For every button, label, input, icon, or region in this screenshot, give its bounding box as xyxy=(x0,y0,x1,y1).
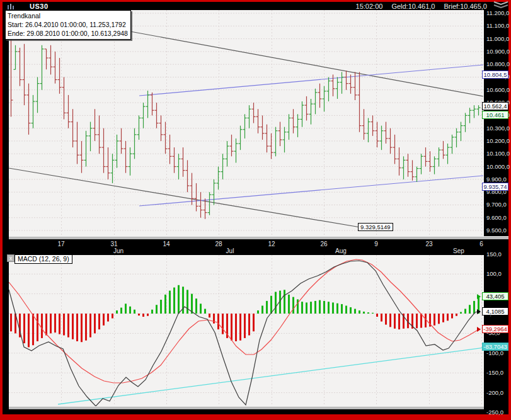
ohlc-bar[interactable] xyxy=(208,192,212,215)
ohlc-bar[interactable] xyxy=(106,147,110,179)
ohlc-bar[interactable] xyxy=(76,122,79,164)
ohlc-bar[interactable] xyxy=(428,151,432,171)
ohlc-bar[interactable] xyxy=(287,114,291,140)
ohlc-bar[interactable] xyxy=(406,154,410,177)
ohlc-bar[interactable] xyxy=(243,114,247,139)
ohlc-bar[interactable] xyxy=(212,179,216,205)
ohlc-bar[interactable] xyxy=(270,133,273,159)
ohlc-bar[interactable] xyxy=(111,154,115,183)
ohlc-bar[interactable] xyxy=(314,89,318,115)
ohlc-bar[interactable] xyxy=(261,115,265,140)
ohlc-bar[interactable] xyxy=(62,77,66,119)
ohlc-bar[interactable] xyxy=(137,115,141,140)
ohlc-bar[interactable] xyxy=(318,84,322,108)
ohlc-bar[interactable] xyxy=(323,86,326,112)
ohlc-bar[interactable] xyxy=(98,115,101,154)
ohlc-bar[interactable] xyxy=(80,141,84,173)
ohlc-bar[interactable] xyxy=(36,77,40,113)
ohlc-bar[interactable] xyxy=(23,44,26,105)
ohlc-bar[interactable] xyxy=(9,28,13,116)
macd-close-button[interactable]: x xyxy=(7,254,14,262)
ohlc-bar[interactable] xyxy=(230,135,234,157)
ohlc-bar[interactable] xyxy=(199,192,203,218)
ohlc-bar[interactable] xyxy=(384,122,388,144)
ohlc-bar[interactable] xyxy=(234,139,238,163)
ohlc-bar[interactable] xyxy=(93,109,97,141)
ohlc-bar[interactable] xyxy=(54,52,57,84)
ohlc-bar[interactable] xyxy=(327,77,331,101)
price-axis[interactable]: 11.200,011.100,011.000,010.900,010.800,0… xyxy=(484,10,508,236)
ohlc-bar[interactable] xyxy=(256,109,260,133)
ohlc-bar[interactable] xyxy=(393,135,397,164)
ohlc-bar[interactable] xyxy=(274,127,278,157)
ohlc-bar[interactable] xyxy=(173,147,176,173)
ohlc-bar[interactable] xyxy=(473,105,476,118)
ohlc-bar[interactable] xyxy=(380,126,384,150)
macd-trendline[interactable] xyxy=(58,348,484,404)
ohlc-bar[interactable] xyxy=(433,156,437,174)
ohlc-bar[interactable] xyxy=(32,95,35,128)
ohlc-bar[interactable] xyxy=(142,103,146,128)
ohlc-bar[interactable] xyxy=(398,147,401,176)
ohlc-bar[interactable] xyxy=(45,49,49,69)
ohlc-bar[interactable] xyxy=(459,122,463,141)
ohlc-bar[interactable] xyxy=(67,95,71,128)
ohlc-bar[interactable] xyxy=(239,126,243,150)
ohlc-bar[interactable] xyxy=(129,147,132,176)
ohlc-bar[interactable] xyxy=(84,131,88,167)
macd-chart-area[interactable] xyxy=(9,255,484,406)
ohlc-bar[interactable] xyxy=(151,93,154,116)
ohlc-bar[interactable] xyxy=(455,128,459,147)
ohlc-bar[interactable] xyxy=(133,128,137,159)
ohlc-bar[interactable] xyxy=(367,118,370,142)
ohlc-bar[interactable] xyxy=(265,125,269,153)
ohlc-bar[interactable] xyxy=(362,109,366,140)
ohlc-bar[interactable] xyxy=(89,122,93,152)
ohlc-bar[interactable] xyxy=(190,173,194,205)
ohlc-bar[interactable] xyxy=(464,113,468,132)
ohlc-bar[interactable] xyxy=(371,115,375,135)
ohlc-bar[interactable] xyxy=(195,183,198,212)
ohlc-bar[interactable] xyxy=(278,122,282,147)
channel-lower[interactable] xyxy=(139,176,483,206)
ohlc-bar[interactable] xyxy=(283,127,287,153)
ohlc-bar[interactable] xyxy=(345,71,348,89)
ohlc-bar[interactable] xyxy=(389,128,393,154)
ohlc-bar[interactable] xyxy=(49,45,53,75)
ohlc-bar[interactable] xyxy=(177,154,181,179)
ohlc-bar[interactable] xyxy=(446,144,450,164)
channel-upper[interactable] xyxy=(139,65,483,96)
ohlc-bar[interactable] xyxy=(124,141,128,173)
ohlc-bar[interactable] xyxy=(40,45,44,90)
ohlc-bar[interactable] xyxy=(14,45,18,70)
ohlc-bar[interactable] xyxy=(411,160,415,180)
price-chart-svg[interactable] xyxy=(9,10,484,236)
macd-chart-svg[interactable] xyxy=(9,255,484,406)
collapse-chevron-icon[interactable] xyxy=(493,1,509,8)
ohlc-bar[interactable] xyxy=(296,114,300,137)
time-axis[interactable]: 1731142812269236JunJulAugSep xyxy=(3,239,508,255)
ohlc-bar[interactable] xyxy=(71,109,75,147)
trendkanal-upper[interactable] xyxy=(130,31,483,96)
ohlc-bar[interactable] xyxy=(305,96,309,121)
ohlc-bar[interactable] xyxy=(58,58,62,94)
ohlc-bar[interactable] xyxy=(18,48,22,86)
ohlc-bar[interactable] xyxy=(331,74,335,96)
ohlc-bar[interactable] xyxy=(27,84,31,135)
ohlc-bar[interactable] xyxy=(217,167,221,190)
ohlc-bar[interactable] xyxy=(168,135,172,164)
ohlc-bar[interactable] xyxy=(376,122,379,148)
ohlc-bar[interactable] xyxy=(349,74,353,93)
ohlc-bar[interactable] xyxy=(186,160,190,192)
ohlc-bar[interactable] xyxy=(336,77,340,98)
ohlc-bar[interactable] xyxy=(102,128,106,173)
ohlc-bar[interactable] xyxy=(292,109,296,133)
ohlc-bar[interactable] xyxy=(248,105,251,128)
ohlc-bar[interactable] xyxy=(420,154,423,174)
ohlc-bar[interactable] xyxy=(437,147,441,166)
ohlc-bar[interactable] xyxy=(181,147,185,177)
ohlc-bar[interactable] xyxy=(477,105,481,115)
ohlc-bar[interactable] xyxy=(115,135,119,168)
ohlc-bar[interactable] xyxy=(301,101,304,127)
ohlc-bar[interactable] xyxy=(159,115,163,141)
